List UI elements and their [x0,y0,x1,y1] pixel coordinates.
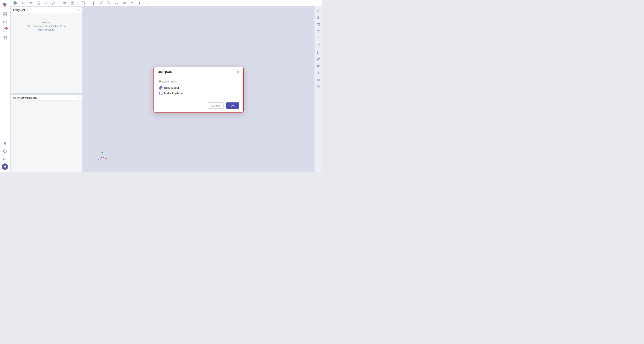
tool1-icon[interactable] [62,0,68,6]
make-prediction-radio[interactable] [159,92,162,95]
dashboard-icon[interactable] [2,11,8,18]
svg-rect-65 [318,24,319,25]
dialog-footer: Cancel OK [154,100,243,112]
import-icon: ⊟ [60,25,62,27]
edit2-icon[interactable] [315,56,321,62]
table-icon[interactable] [2,34,8,41]
structure-hierarchy-panel: Structure Hierarchy — ⬚ [11,95,82,172]
entry-list-title: Entry List [13,8,25,12]
dialog-prompt: Please choose [159,80,238,83]
arrow-down-icon[interactable] [315,70,321,76]
minimize-entry-btn[interactable]: — [74,8,76,12]
svg-line-62 [319,18,320,19]
build-model-radio[interactable] [159,86,162,90]
separator3 [88,1,88,5]
svg-point-50 [139,2,140,4]
svg-rect-72 [317,85,318,86]
monitor-icon[interactable] [80,0,86,6]
dialog-box: Uni-QSAR ✕ Please choose Build Model Mak… [154,67,244,112]
structure-hierarchy-body [11,101,82,126]
settings-icon[interactable] [137,0,143,6]
ok-button[interactable]: OK [226,102,239,109]
cancel-button[interactable]: Cancel [207,102,224,109]
dialog-close-button[interactable]: ✕ [236,70,239,74]
swap-icon[interactable] [315,63,321,69]
curve-icon[interactable] [114,0,120,6]
grid-icon[interactable] [315,84,321,90]
notification-icon[interactable] [2,27,8,33]
build-model-option[interactable]: Build Model [159,86,238,90]
content-area: Entry List — ⬚ No Data. You can click on… [10,6,322,172]
extra2-icon[interactable] [315,77,321,83]
dialog-overlay: Uni-QSAR ✕ Please choose Build Model Mak… [83,6,314,172]
draw-icon[interactable] [129,0,135,6]
user-avatar[interactable]: H [2,164,8,170]
chevron-icon[interactable]: ‹ [144,0,150,6]
structure-hierarchy-controls: — ⬚ [74,96,80,99]
svg-rect-7 [3,36,7,39]
svg-point-67 [318,31,319,32]
separator1 [59,1,60,5]
build-model-label: Build Model [164,86,179,89]
minimize-hierarchy-btn[interactable]: — [74,96,76,99]
svg-point-29 [45,2,47,4]
top-toolbar: ▾ [10,0,322,6]
zoom-in-icon[interactable] [315,8,321,14]
svg-rect-4 [5,13,7,14]
bookmark-icon[interactable] [315,49,321,55]
right-sidebar [314,6,322,172]
structure-hierarchy-title: Structure Hierarchy [13,96,37,99]
fit-icon[interactable] [315,22,321,28]
svg-point-23 [31,2,32,3]
help-icon[interactable]: ? [2,148,8,154]
cloud-icon[interactable] [2,156,8,162]
maximize-entry-btn[interactable]: ⬚ [77,8,80,12]
svg-line-26 [30,3,31,4]
separator2 [78,1,78,5]
make-prediction-option[interactable]: Make Prediction [159,92,238,95]
import-hint-text1: You can click on the left button [27,25,59,27]
entry-list-panel: Entry List — ⬚ No Data. You can click on… [11,7,82,93]
reset-icon[interactable] [315,42,321,48]
svg-point-22 [30,2,30,3]
svg-point-41 [93,2,94,4]
entry-list-body: No Data. You can click on the left butto… [11,13,82,39]
entry-list-controls: — ⬚ [74,8,80,12]
svg-rect-38 [81,2,84,4]
svg-rect-64 [317,24,320,26]
search-zoom-icon[interactable] [43,0,49,6]
extra-icon[interactable] [90,0,96,6]
import-hint: You can click on the left button ⊟ to [27,25,66,28]
tool2-icon[interactable] [69,0,75,6]
bond-icon[interactable] [121,0,127,6]
atom-icon[interactable]: ▾ [12,0,18,6]
svg-line-46 [100,2,102,4]
molecule-icon[interactable] [28,0,34,6]
list-icon[interactable] [2,140,8,147]
rotate-icon[interactable] [315,36,321,42]
no-data-label: No Data. [42,21,51,24]
link-icon[interactable] [20,0,26,6]
svg-point-15 [14,2,16,4]
svg-rect-6 [5,14,7,16]
svg-text:?: ? [4,150,6,152]
pencil-icon[interactable]: ▾ [51,0,57,6]
canvas-area: Uni-QSAR ✕ Please choose Build Model Mak… [83,6,314,172]
import-link[interactable]: import structure. [38,28,55,31]
make-prediction-label: Make Prediction [164,92,184,95]
layers-icon[interactable] [2,19,8,25]
diagonal-icon[interactable] [106,0,112,6]
svg-rect-3 [3,13,5,14]
dialog-header: Uni-QSAR ✕ [154,67,243,76]
flask-icon[interactable] [36,0,42,6]
left-panels: Entry List — ⬚ No Data. You can click on… [10,6,83,172]
snapshot-icon[interactable] [315,28,321,34]
svg-point-1 [5,3,7,5]
svg-rect-75 [318,87,320,88]
line-icon[interactable] [98,0,104,6]
dialog-title: Uni-QSAR [158,70,172,74]
svg-rect-73 [318,85,320,86]
zoom-out-icon[interactable] [315,15,321,21]
maximize-hierarchy-btn[interactable]: ⬚ [77,96,80,99]
svg-line-27 [31,3,32,4]
